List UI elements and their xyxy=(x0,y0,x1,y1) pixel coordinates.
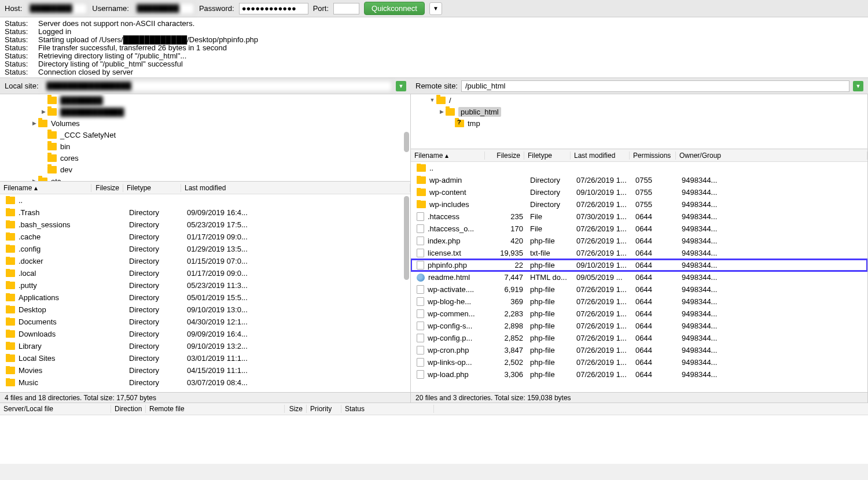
col-priority[interactable]: Priority xyxy=(307,405,341,413)
file-row[interactable]: wp-adminDirectory07/26/2019 1...07559498… xyxy=(411,174,867,186)
quickconnect-button[interactable]: Quickconnect xyxy=(364,2,425,15)
file-row[interactable]: ApplicationsDirectory05/01/2019 15:5... xyxy=(0,291,410,304)
file-row[interactable]: wp-cron.php3,847php-file07/26/2019 1...0… xyxy=(411,344,867,356)
file-row[interactable]: Local SitesDirectory03/01/2019 11:1... xyxy=(0,352,410,364)
file-row[interactable]: .htaccess_o...170File07/26/2019 1...0644… xyxy=(411,223,867,235)
file-size: 2,502 xyxy=(487,358,527,367)
file-row[interactable]: DownloadsDirectory09/09/2019 16:4... xyxy=(0,328,410,340)
file-name: Documents xyxy=(19,317,57,326)
file-row[interactable]: .puttyDirectory05/23/2019 11:3... xyxy=(0,279,410,291)
file-row[interactable]: license.txt19,935txt-file07/26/2019 1...… xyxy=(411,247,867,259)
tree-item[interactable]: ▶public_html xyxy=(411,106,867,117)
file-type: Directory xyxy=(126,366,183,375)
file-row[interactable]: phpinfo.php22php-file09/10/2019 1...0644… xyxy=(411,259,867,271)
tree-item[interactable]: tmp xyxy=(411,117,867,129)
host-input[interactable] xyxy=(27,3,87,14)
tree-item[interactable]: dev xyxy=(0,164,410,175)
tree-item[interactable]: ▼/ xyxy=(411,94,867,106)
local-site-dropdown[interactable]: ▼ xyxy=(396,81,406,91)
transfer-queue[interactable] xyxy=(0,415,868,464)
file-row[interactable]: MusicDirectory03/07/2019 08:4... xyxy=(0,376,410,389)
username-input[interactable] xyxy=(134,3,194,14)
file-row[interactable]: .. xyxy=(411,162,867,174)
local-site-input[interactable] xyxy=(42,80,392,92)
col-server[interactable]: Server/Local file xyxy=(0,405,111,413)
col-filetype[interactable]: Filetype xyxy=(123,184,181,192)
disclosure-triangle[interactable]: ▶ xyxy=(39,109,47,115)
col-modified[interactable]: Last modified xyxy=(571,152,630,160)
remote-list-header: Filename ▴ Filesize Filetype Last modifi… xyxy=(411,149,867,162)
tree-item[interactable]: ████████ xyxy=(0,94,410,106)
file-row[interactable]: MoviesDirectory04/15/2019 11:1... xyxy=(0,364,410,376)
file-row[interactable]: wp-config-s...2,898php-file07/26/2019 1.… xyxy=(411,320,867,332)
file-row[interactable]: wp-links-op...2,502php-file07/26/2019 1.… xyxy=(411,356,867,368)
password-label: Password: xyxy=(199,4,234,13)
folder-icon xyxy=(47,97,57,104)
col-filesize[interactable]: Filesize xyxy=(91,184,123,192)
col-remote[interactable]: Remote file xyxy=(146,405,285,413)
file-permissions: 0755 xyxy=(632,200,678,209)
file-row[interactable]: wp-blog-he...369php-file07/26/2019 1...0… xyxy=(411,296,867,308)
file-row[interactable]: index.php420php-file07/26/2019 1...06449… xyxy=(411,235,867,247)
tree-item[interactable]: cores xyxy=(0,152,410,164)
tree-item[interactable]: ▶Volumes xyxy=(0,117,410,129)
file-row[interactable]: readme.html7,447HTML do...09/05/2019 ...… xyxy=(411,271,867,283)
file-type: txt-file xyxy=(527,249,573,257)
file-row[interactable]: wp-includesDirectory07/26/2019 1...07559… xyxy=(411,198,867,211)
col-direction[interactable]: Direction xyxy=(111,405,146,413)
remote-directory-tree[interactable]: ▼/▶public_htmltmp xyxy=(411,94,867,149)
file-row[interactable]: .. xyxy=(0,194,410,206)
col-size[interactable]: Size xyxy=(285,405,307,413)
tree-label: / xyxy=(449,96,451,105)
file-row[interactable]: .localDirectory01/17/2019 09:0... xyxy=(0,267,410,279)
file-row[interactable]: DesktopDirectory09/10/2019 13:0... xyxy=(0,304,410,316)
tree-item[interactable]: _CCC SafetyNet xyxy=(0,129,410,141)
file-icon xyxy=(417,249,424,257)
file-row[interactable]: .TrashDirectory09/09/2019 16:4... xyxy=(0,206,410,219)
col-owner[interactable]: Owner/Group xyxy=(676,152,867,160)
file-row[interactable]: .dockerDirectory01/15/2019 07:0... xyxy=(0,255,410,267)
col-permissions[interactable]: Permissions xyxy=(630,152,676,160)
file-row[interactable]: .cacheDirectory01/17/2019 09:0... xyxy=(0,231,410,243)
file-permissions: 0644 xyxy=(632,261,678,269)
disclosure-triangle[interactable]: ▶ xyxy=(437,109,446,115)
port-input[interactable] xyxy=(333,3,359,14)
file-row[interactable]: wp-config.p...2,852php-file07/26/2019 1.… xyxy=(411,332,867,344)
log-label: Status: xyxy=(5,44,38,52)
disclosure-triangle[interactable]: ▼ xyxy=(428,97,436,103)
file-row[interactable]: wp-load.php3,306php-file07/26/2019 1...0… xyxy=(411,368,867,381)
disclosure-triangle[interactable]: ▶ xyxy=(30,120,38,126)
col-status[interactable]: Status xyxy=(341,405,434,413)
file-row[interactable]: LibraryDirectory09/10/2019 13:2... xyxy=(0,340,410,352)
file-row[interactable]: wp-activate....6,919php-file07/26/2019 1… xyxy=(411,283,867,296)
file-type: Directory xyxy=(126,293,183,302)
local-directory-tree[interactable]: ████████▶████████████▶Volumes_CCC Safety… xyxy=(0,94,410,181)
file-row[interactable]: wp-contentDirectory09/10/2019 1...075594… xyxy=(411,186,867,198)
tree-item[interactable]: bin xyxy=(0,141,410,152)
local-file-listing[interactable]: Filename ▴ Filesize Filetype Last modifi… xyxy=(0,181,410,392)
remote-site-dropdown[interactable]: ▼ xyxy=(853,81,863,91)
file-row[interactable]: .configDirectory01/29/2019 13:5... xyxy=(0,243,410,255)
file-name: wp-load.php xyxy=(428,370,469,379)
col-modified[interactable]: Last modified xyxy=(181,184,410,192)
tree-label: ████████ xyxy=(60,96,103,105)
col-filename[interactable]: Filename ▴ xyxy=(0,184,91,192)
file-type: php-file xyxy=(527,334,573,342)
password-input[interactable] xyxy=(239,3,308,14)
file-row[interactable]: .htaccess235File07/30/2019 1...064494983… xyxy=(411,211,867,223)
col-filesize[interactable]: Filesize xyxy=(485,152,524,160)
file-name: .htaccess xyxy=(428,212,459,221)
quickconnect-history-dropdown[interactable]: ▼ xyxy=(429,2,442,15)
file-row[interactable]: wp-commen...2,283php-file07/26/2019 1...… xyxy=(411,308,867,320)
col-filetype[interactable]: Filetype xyxy=(524,152,571,160)
file-row[interactable]: DocumentsDirectory04/30/2019 12:1... xyxy=(0,316,410,328)
tree-item[interactable]: ▶etc xyxy=(0,175,410,181)
file-row[interactable]: .bash_sessionsDirectory05/23/2019 17:5..… xyxy=(0,219,410,231)
col-filename[interactable]: Filename ▴ xyxy=(411,152,485,160)
remote-site-input[interactable] xyxy=(461,80,849,92)
tree-item[interactable]: ▶████████████ xyxy=(0,106,410,117)
remote-file-listing[interactable]: Filename ▴ Filesize Filetype Last modifi… xyxy=(411,149,867,392)
folder-icon xyxy=(6,306,15,313)
file-modified: 07/30/2019 1... xyxy=(573,212,632,221)
tree-label: public_html xyxy=(458,107,501,117)
